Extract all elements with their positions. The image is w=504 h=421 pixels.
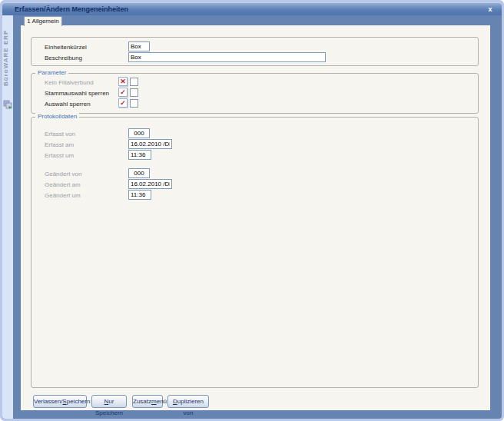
geaendert-von-input[interactable] [128,168,150,178]
erfasst-um-input[interactable] [128,150,151,160]
window-title: Erfassen/Ändern Mengeneinheiten [15,3,128,15]
geaendert-um-input[interactable] [128,190,151,200]
erfasst-um-label: Erfasst um [45,151,74,161]
erfasst-von-input[interactable] [128,128,150,138]
kein-filialverbund-checkbox[interactable] [130,78,138,86]
geaendert-am-input[interactable] [128,179,172,189]
verlassen-speichern-button[interactable]: Verlassen/Speichern [33,395,87,408]
tab-allgemein[interactable]: 1 Allgemein [24,16,62,26]
erfasst-am-input[interactable] [128,139,172,149]
erfasst-am-label: Erfasst am [45,140,74,150]
auswahl-sperren-checkbox[interactable] [130,99,138,108]
dialog-window: Erfassen/Ändern Mengeneinheiten x BüroWA… [0,0,504,421]
group-protokolldaten-title: Protokolldaten [35,113,79,121]
geaendert-von-label: Geändert von [45,169,81,179]
zusatzmenue-button[interactable]: Zusatzmenü [132,395,163,408]
group-protokolldaten: Protokolldaten [31,117,479,388]
auswahl-sperren-state-icon[interactable] [118,98,128,108]
windows-cascade-icon[interactable] [3,100,12,109]
kein-filialverbund-state-icon[interactable] [118,77,128,86]
einheitenkuerzel-label: Einheitenkürzel [45,42,87,52]
stammauswahl-sperren-checkbox[interactable] [130,88,138,97]
auswahl-sperren-label: Auswahl sperren [45,99,91,109]
stammauswahl-sperren-state-icon[interactable] [118,88,128,97]
kein-filialverbund-label: Kein Filialverbund [45,78,94,88]
brand-vertical-label: BüroWARE ERP [2,28,13,88]
beschreibung-label: Beschreibung [45,53,82,63]
nur-speichern-button[interactable]: Nur Speichern [91,395,127,408]
geaendert-am-label: Geändert am [45,180,81,190]
sidebar: BüroWARE ERP [2,15,13,419]
duplizieren-von-button[interactable]: Duplizieren von [167,395,209,408]
erfasst-von-label: Erfasst von [45,129,75,139]
title-bar: Erfassen/Ändern Mengeneinheiten x [2,2,502,15]
dialog-content: Einheitenkürzel Beschreibung Parameter K… [21,25,490,410]
geaendert-um-label: Geändert um [45,191,81,201]
einheitenkuerzel-input[interactable] [128,41,150,51]
stammauswahl-sperren-label: Stammauswahl sperren [45,88,109,98]
window-frame: BüroWARE ERP 1 Allgemein Einheitenkürzel… [2,15,502,419]
beschreibung-input[interactable] [128,52,326,62]
close-icon[interactable]: x [485,5,496,15]
group-parameter-title: Parameter [35,69,68,77]
